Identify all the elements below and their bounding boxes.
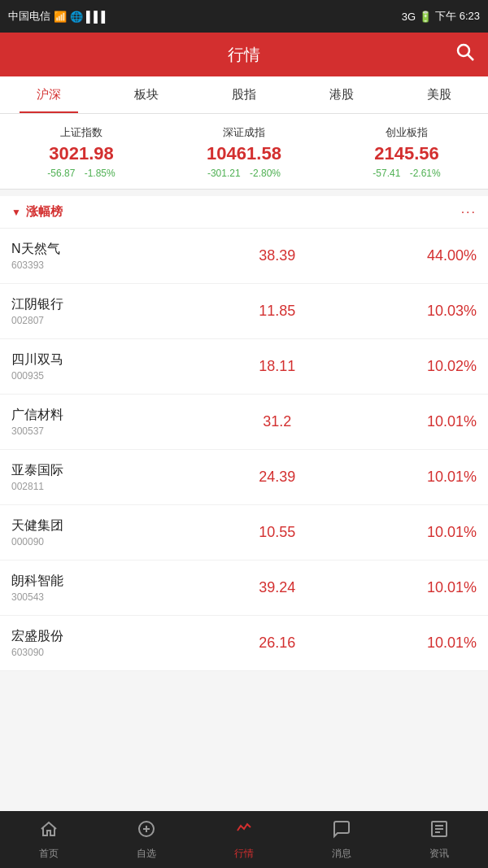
- 首页-icon: [39, 819, 59, 844]
- chevron-down-icon: ▼: [11, 207, 21, 218]
- stock-price: 18.11: [211, 358, 343, 375]
- wifi-icon: 🌐: [70, 11, 83, 23]
- stock-row[interactable]: 朗科智能 300543 39.24 10.01%: [0, 560, 488, 616]
- carrier-text: 中国电信: [8, 9, 50, 24]
- stock-code: 000935: [11, 370, 211, 382]
- search-icon[interactable]: [455, 42, 475, 67]
- stock-name: 四川双马: [11, 351, 211, 369]
- stock-price: 38.39: [211, 247, 343, 264]
- stock-row[interactable]: 四川双马 000935 18.11 10.02%: [0, 339, 488, 395]
- index-name: 上证指数: [0, 125, 163, 140]
- nav-label: 自选: [137, 847, 156, 861]
- stock-price: 11.85: [211, 303, 343, 320]
- svg-line-1: [468, 55, 473, 60]
- stock-code: 002811: [11, 481, 211, 492]
- index-name: 深证成指: [163, 125, 325, 140]
- stock-name: 朗科智能: [11, 573, 211, 590]
- nav-label: 行情: [234, 847, 254, 861]
- stock-price: 10.55: [211, 524, 343, 541]
- nav-item-消息[interactable]: 消息: [293, 819, 390, 861]
- header-title: 行情: [228, 44, 260, 66]
- 行情-icon: [234, 819, 254, 844]
- stock-info: 江阴银行 002807: [11, 296, 211, 326]
- 消息-icon: [332, 819, 351, 844]
- index-change-abs: -301.21: [207, 168, 241, 179]
- stock-change: 10.03%: [344, 303, 477, 320]
- index-item-2: 创业板指 2145.56 -57.41 -2.61%: [325, 125, 488, 179]
- stock-info: 亚泰国际 002811: [11, 462, 211, 492]
- stock-change: 10.01%: [344, 524, 477, 541]
- nav-label: 资讯: [429, 847, 449, 861]
- market-tabs: 沪深板块股指港股美股: [0, 76, 488, 114]
- stock-name: N天然气: [11, 241, 211, 258]
- index-value: 3021.98: [0, 143, 163, 164]
- tab-股指[interactable]: 股指: [195, 76, 293, 113]
- index-name: 创业板指: [325, 125, 488, 140]
- gainers-section-header: ▼ 涨幅榜 ···: [0, 196, 488, 229]
- stock-row[interactable]: 天健集团 000090 10.55 10.01%: [0, 505, 488, 560]
- status-bar: 中国电信 📶 🌐 ▌▌▌ 3G 🔋 下午 6:23: [0, 0, 488, 33]
- stock-row[interactable]: 宏盛股份 603090 26.16 10.01%: [0, 616, 488, 671]
- index-changes: -57.41 -2.61%: [325, 168, 488, 179]
- nav-item-行情[interactable]: 行情: [195, 819, 293, 861]
- stock-list: N天然气 603393 38.39 44.00% 江阴银行 002807 11.…: [0, 229, 488, 671]
- stock-change: 44.00%: [344, 247, 477, 264]
- stock-change: 10.01%: [344, 635, 477, 652]
- stock-row[interactable]: 江阴银行 002807 11.85 10.03%: [0, 284, 488, 339]
- stock-name: 宏盛股份: [11, 628, 211, 645]
- stock-info: 宏盛股份 603090: [11, 628, 211, 658]
- index-value: 10461.58: [163, 143, 325, 164]
- bottom-nav: 首页 自选 行情 消息 资讯: [0, 811, 488, 868]
- stock-change: 10.02%: [344, 358, 477, 375]
- index-item-0: 上证指数 3021.98 -56.87 -1.85%: [0, 125, 163, 179]
- signal-icon: 📶: [54, 11, 67, 23]
- svg-point-0: [458, 45, 469, 56]
- bars-icon: ▌▌▌: [86, 11, 109, 23]
- stock-code: 000090: [11, 536, 211, 547]
- battery-icon: 🔋: [419, 11, 432, 23]
- network-icon: 3G: [402, 11, 416, 23]
- index-changes: -56.87 -1.85%: [0, 168, 163, 179]
- stock-info: 朗科智能 300543: [11, 573, 211, 603]
- stock-code: 002807: [11, 315, 211, 326]
- stock-row[interactable]: 广信材料 300537 31.2 10.01%: [0, 395, 488, 450]
- index-value: 2145.56: [325, 143, 488, 164]
- stock-name: 广信材料: [11, 407, 211, 424]
- stock-info: 广信材料 300537: [11, 407, 211, 437]
- index-change-pct: -2.61%: [410, 168, 441, 179]
- stock-name: 江阴银行: [11, 296, 211, 313]
- nav-item-资讯[interactable]: 资讯: [390, 819, 488, 861]
- index-section: 上证指数 3021.98 -56.87 -1.85% 深证成指 10461.58…: [0, 114, 488, 190]
- stock-row[interactable]: 亚泰国际 002811 24.39 10.01%: [0, 450, 488, 505]
- stock-change: 10.01%: [344, 413, 477, 430]
- index-change-pct: -1.85%: [85, 168, 115, 179]
- stock-code: 603090: [11, 647, 211, 658]
- stock-change: 10.01%: [344, 469, 477, 486]
- time-text: 下午 6:23: [435, 9, 480, 24]
- stock-row[interactable]: N天然气 603393 38.39 44.00%: [0, 229, 488, 284]
- tab-沪深[interactable]: 沪深: [0, 76, 98, 113]
- tab-板块[interactable]: 板块: [98, 76, 195, 113]
- nav-item-首页[interactable]: 首页: [0, 819, 98, 861]
- index-change-abs: -57.41: [373, 168, 400, 179]
- stock-name: 亚泰国际: [11, 462, 211, 479]
- stock-info: 四川双马 000935: [11, 351, 211, 382]
- index-change-pct: -2.80%: [250, 168, 281, 179]
- stock-info: 天健集团 000090: [11, 517, 211, 547]
- status-left: 中国电信 📶 🌐 ▌▌▌: [8, 9, 109, 24]
- section-title-text: 涨幅榜: [26, 204, 63, 220]
- tab-港股[interactable]: 港股: [293, 76, 390, 113]
- nav-item-自选[interactable]: 自选: [98, 819, 195, 861]
- more-icon[interactable]: ···: [461, 205, 477, 220]
- 自选-icon: [137, 819, 156, 844]
- app-header: 行情: [0, 33, 488, 76]
- nav-label: 消息: [332, 847, 351, 861]
- stock-change: 10.01%: [344, 579, 477, 596]
- section-title-container: ▼ 涨幅榜: [11, 204, 63, 220]
- nav-label: 首页: [39, 847, 59, 861]
- stock-code: 300537: [11, 425, 211, 437]
- stock-price: 26.16: [211, 635, 343, 652]
- tab-美股[interactable]: 美股: [390, 76, 488, 113]
- index-item-1: 深证成指 10461.58 -301.21 -2.80%: [163, 125, 325, 179]
- status-right: 3G 🔋 下午 6:23: [402, 9, 480, 24]
